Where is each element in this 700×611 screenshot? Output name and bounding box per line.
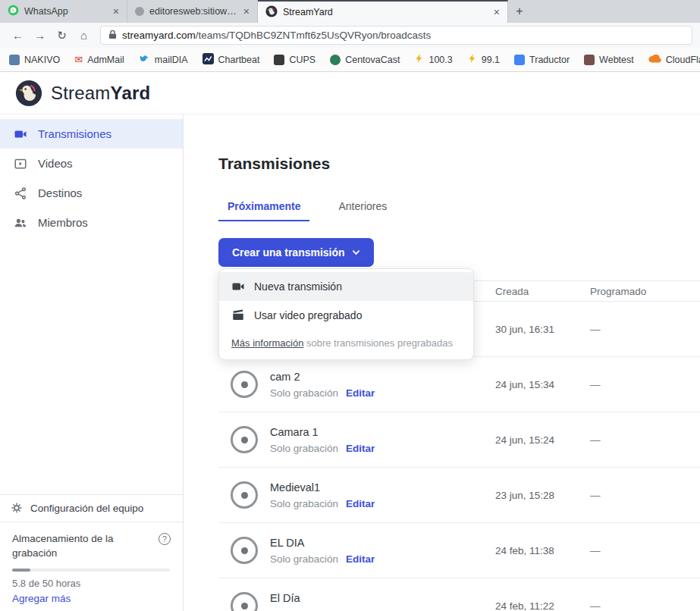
broadcast-title: cam 2 bbox=[270, 371, 375, 383]
bookmark-label: NAKIVO bbox=[24, 55, 60, 65]
menu-item-label: Nueva transmisión bbox=[254, 280, 342, 293]
table-row[interactable]: Medieval1 Solo grabación Editar 23 jun, … bbox=[218, 468, 700, 523]
tab-title: StreamYard bbox=[283, 7, 487, 17]
sidebar-item-transmisiones[interactable]: Transmisiones bbox=[0, 119, 183, 149]
brand-name[interactable]: StreamYard bbox=[51, 83, 150, 104]
broadcast-title: El Día bbox=[270, 592, 375, 604]
bookmarks-bar: NAKIVO ✉ AdmMail mailDIA Chartbeat CUPS … bbox=[0, 48, 700, 72]
tab-proximamente[interactable]: Próximamente bbox=[218, 196, 309, 221]
bookmark-label: CloudFlare bbox=[666, 55, 700, 65]
bookmark-maildia[interactable]: mailDIA bbox=[139, 53, 188, 67]
tab-title: WhatsApp bbox=[24, 6, 106, 17]
browser-tab-bar: WhatsApp × editoresweb:sitioweb:eldia.co… bbox=[0, 0, 700, 23]
table-row[interactable]: El Día Solo grabación Editar 24 feb, 11:… bbox=[218, 578, 700, 611]
chart-icon bbox=[202, 53, 214, 67]
reload-icon[interactable]: ↻ bbox=[52, 29, 72, 42]
browser-tab-editoresweb[interactable]: editoresweb:sitioweb:eldia.co × bbox=[127, 0, 258, 23]
close-icon[interactable]: × bbox=[492, 7, 501, 17]
share-icon bbox=[14, 186, 27, 200]
create-broadcast-button[interactable]: Crear una transmisión bbox=[218, 238, 374, 267]
sidebar-item-videos[interactable]: Videos bbox=[0, 149, 183, 178]
lock-icon bbox=[108, 29, 117, 42]
broadcast-type: Solo grabación bbox=[270, 443, 338, 454]
add-more-link[interactable]: Agregar más bbox=[12, 593, 71, 604]
edit-link[interactable]: Editar bbox=[346, 498, 375, 509]
bookmark-label: CUPS bbox=[289, 55, 315, 65]
created-cell: 24 jun, 15:34 bbox=[495, 379, 590, 390]
storage-usage-text: 5.8 de 50 horas bbox=[12, 578, 171, 589]
lightning-icon bbox=[414, 53, 424, 66]
sidebar-item-label: Videos bbox=[38, 157, 73, 170]
main-content: Transmisiones Próximamente Anteriores Cr… bbox=[184, 114, 700, 611]
table-row[interactable]: EL DIA Solo grabación Editar 24 feb, 11:… bbox=[218, 523, 700, 578]
bookmark-label: CentovaCast bbox=[345, 55, 400, 65]
help-icon[interactable]: ? bbox=[159, 533, 171, 545]
bookmark-centovacast[interactable]: CentovaCast bbox=[330, 55, 400, 65]
url-path: /teams/TQDhBC9ZNTmft6z5UsQVRyon/broadcas… bbox=[196, 30, 432, 41]
menu-item-video-pregrabado[interactable]: Usar video pregrabado bbox=[219, 301, 473, 330]
team-settings-button[interactable]: Configuración del equipo bbox=[0, 494, 183, 522]
bookmark-traductor[interactable]: Traductor bbox=[514, 55, 570, 65]
webtest-icon bbox=[584, 55, 595, 65]
browser-tab-whatsapp[interactable]: WhatsApp × bbox=[0, 0, 127, 23]
storage-title: Almacenamiento de la grabación bbox=[12, 531, 147, 561]
broadcast-type: Solo grabación bbox=[270, 553, 338, 565]
broadcast-title: Medieval1 bbox=[270, 481, 375, 494]
bookmark-chartbeat[interactable]: Chartbeat bbox=[202, 53, 260, 67]
broadcast-title: Camara 1 bbox=[270, 426, 375, 438]
table-row[interactable]: cam 2 Solo grabación Editar 24 jun, 15:3… bbox=[218, 357, 700, 412]
browser-tab-streamyard[interactable]: StreamYard × bbox=[258, 0, 508, 23]
tab-anteriores[interactable]: Anteriores bbox=[329, 196, 396, 221]
edit-link[interactable]: Editar bbox=[346, 553, 375, 565]
edit-link[interactable]: Editar bbox=[346, 387, 375, 399]
more-info-link[interactable]: Más información bbox=[231, 337, 303, 349]
sidebar-item-miembros[interactable]: Miembros bbox=[0, 208, 183, 237]
record-icon bbox=[231, 481, 258, 509]
broadcast-type: Solo grabación bbox=[270, 387, 338, 399]
sidebar-item-label: Destinos bbox=[38, 186, 82, 199]
bookmark-100-3[interactable]: 100.3 bbox=[414, 53, 452, 66]
app-header: StreamYard bbox=[0, 72, 700, 114]
translate-icon bbox=[514, 55, 525, 65]
bookmark-label: 99.1 bbox=[482, 55, 500, 65]
bookmark-label: Webtest bbox=[599, 55, 634, 65]
edit-link[interactable]: Editar bbox=[346, 443, 375, 454]
forward-icon[interactable]: → bbox=[30, 29, 50, 42]
generic-page-icon bbox=[135, 7, 144, 16]
record-icon bbox=[231, 371, 258, 398]
sidebar-item-destinos[interactable]: Destinos bbox=[0, 178, 183, 208]
storage-section: Almacenamiento de la grabación ? 5.8 de … bbox=[0, 522, 183, 611]
column-scheduled: Programado bbox=[590, 286, 700, 297]
storage-progress-fill bbox=[12, 569, 30, 572]
new-tab-button[interactable]: + bbox=[508, 0, 531, 23]
bookmark-admmail[interactable]: ✉ AdmMail bbox=[74, 55, 124, 65]
menu-item-nueva-transmision[interactable]: Nueva transmisión bbox=[219, 272, 473, 301]
browser-address-bar: ← → ↻ ⌂ streamyard.com/teams/TQDhBC9ZNTm… bbox=[0, 23, 700, 48]
video-player-icon bbox=[14, 157, 27, 171]
bookmark-nakivo[interactable]: NAKIVO bbox=[9, 55, 60, 65]
home-icon[interactable]: ⌂ bbox=[74, 29, 94, 42]
edit-link[interactable]: Editar bbox=[346, 609, 375, 611]
video-camera-icon bbox=[14, 127, 27, 141]
bookmark-cloudflare[interactable]: CloudFlare bbox=[648, 55, 700, 65]
broadcast-title: EL DIA bbox=[270, 537, 375, 549]
tab-title: editoresweb:sitioweb:eldia.co bbox=[149, 6, 237, 17]
back-icon[interactable]: ← bbox=[8, 29, 28, 42]
created-cell: 24 feb, 11:38 bbox=[495, 545, 590, 556]
more-info-rest: sobre transmisiones pregrabadas bbox=[303, 337, 453, 349]
bookmark-cups[interactable]: CUPS bbox=[274, 55, 315, 65]
orb-icon bbox=[330, 55, 341, 65]
people-icon bbox=[14, 216, 27, 230]
table-row[interactable]: Camara 1 Solo grabación Editar 24 jun, 1… bbox=[218, 412, 700, 468]
scheduled-cell: — bbox=[590, 324, 700, 335]
chevron-down-icon bbox=[352, 249, 360, 255]
url-input[interactable]: streamyard.com/teams/TQDhBC9ZNTmft6z5UsQ… bbox=[100, 26, 692, 45]
close-icon[interactable]: × bbox=[242, 6, 251, 17]
streamyard-logo[interactable] bbox=[15, 80, 42, 107]
create-broadcast-label: Crear una transmisión bbox=[232, 246, 345, 258]
bookmark-webtest[interactable]: Webtest bbox=[584, 55, 634, 65]
gear-icon bbox=[11, 502, 23, 514]
bookmark-99-1[interactable]: 99.1 bbox=[467, 53, 500, 66]
record-icon bbox=[231, 592, 258, 611]
close-icon[interactable]: × bbox=[111, 6, 121, 17]
